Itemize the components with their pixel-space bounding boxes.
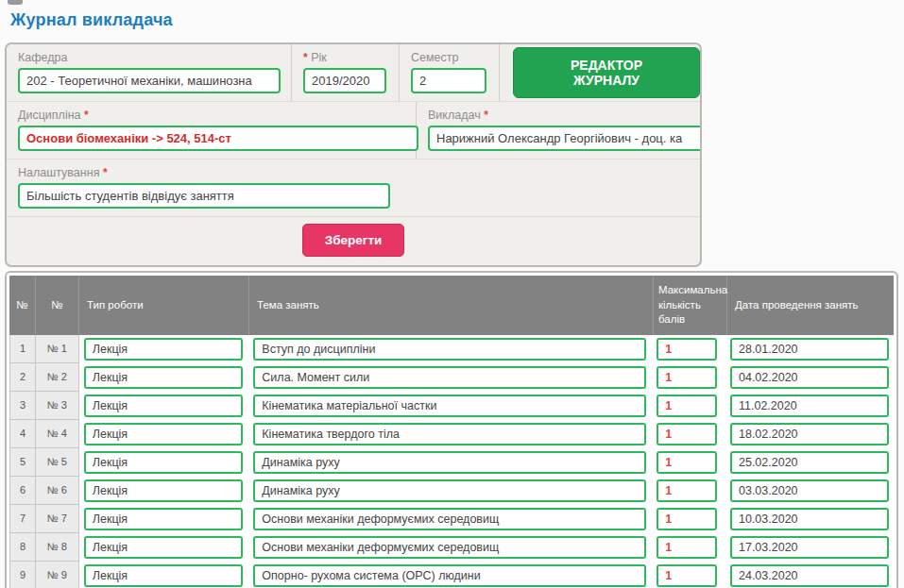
topic-input[interactable] <box>253 508 646 530</box>
topic-input[interactable] <box>253 479 646 502</box>
work-type-input[interactable] <box>84 479 243 502</box>
required-marker: * <box>84 109 89 122</box>
page-title: Журнал викладача <box>0 0 904 30</box>
topic-input[interactable] <box>253 564 646 587</box>
date-input[interactable] <box>730 536 889 559</box>
date-input[interactable] <box>730 564 889 587</box>
date-input[interactable] <box>730 338 889 361</box>
table-row: 1 № 1 <box>9 335 894 363</box>
date-input[interactable] <box>730 508 889 530</box>
work-type-input[interactable] <box>84 536 243 559</box>
date-input[interactable] <box>730 451 889 474</box>
header-row-number: № <box>36 276 79 335</box>
journal-table: № № Тип роботи Тема занять Максимальна к… <box>5 271 898 588</box>
row-number-cell: № 4 <box>36 420 79 448</box>
topic-input[interactable] <box>253 338 646 361</box>
settings-label: Налаштування * <box>18 166 390 179</box>
discipline-label: Дисципліна * <box>18 109 406 122</box>
table-row: 2 № 2 <box>9 363 894 392</box>
teacher-field-group: Викладач * <box>417 102 702 159</box>
header-max-points: Максимальна кількість балів <box>654 276 727 335</box>
max-points-input[interactable] <box>657 564 717 587</box>
table-row: 3 № 3 <box>9 392 894 420</box>
required-marker: * <box>303 51 308 64</box>
row-index-cell: 4 <box>9 420 36 448</box>
row-number-cell: № 7 <box>36 505 79 533</box>
table-row: 6 № 6 <box>9 477 894 505</box>
row-number-cell: № 9 <box>36 562 79 588</box>
table-row: 9 № 9 <box>9 562 894 588</box>
date-input[interactable] <box>730 479 889 502</box>
topic-input[interactable] <box>253 451 646 474</box>
max-points-input[interactable] <box>657 479 717 502</box>
year-input[interactable] <box>303 68 386 93</box>
row-number-cell: № 2 <box>36 363 79 392</box>
row-index-cell: 8 <box>9 533 36 562</box>
settings-input[interactable] <box>18 183 390 209</box>
max-points-input[interactable] <box>657 366 717 389</box>
max-points-input[interactable] <box>657 395 717 417</box>
row-index-cell: 3 <box>9 392 36 420</box>
table-body: 1 № 1 2 № 2 3 № 3 4 № 4 5 № 5 <box>9 335 894 588</box>
header-date: Дата проведення занять <box>727 276 894 335</box>
row-index-cell: 2 <box>9 363 36 392</box>
header-topic: Тема занять <box>249 276 654 335</box>
table-row: 8 № 8 <box>9 533 894 562</box>
semester-field-group: Семестр <box>400 44 500 101</box>
work-type-input[interactable] <box>84 564 243 587</box>
page-top-tab <box>8 0 23 5</box>
journal-settings-panel: Кафедра * Рік Семестр РЕДАКТОР ЖУРНАЛУ Д… <box>5 42 702 267</box>
table-header-row: № № Тип роботи Тема занять Максимальна к… <box>9 276 894 335</box>
header-work-type: Тип роботи <box>79 276 249 335</box>
panel-row-2: Дисципліна * Викладач * <box>7 101 700 159</box>
panel-row-1: Кафедра * Рік Семестр РЕДАКТОР ЖУРНАЛУ <box>7 44 700 101</box>
panel-row-save: Зберегти <box>7 216 700 265</box>
row-number-cell: № 8 <box>36 533 79 562</box>
row-index-cell: 6 <box>9 477 36 505</box>
semester-input[interactable] <box>411 68 486 93</box>
work-type-input[interactable] <box>84 366 243 389</box>
row-index-cell: 1 <box>9 335 36 363</box>
row-index-cell: 9 <box>9 562 36 588</box>
semester-label: Семестр <box>411 51 489 64</box>
department-field-group: Кафедра <box>7 44 292 101</box>
max-points-input[interactable] <box>657 508 717 530</box>
topic-input[interactable] <box>253 423 646 445</box>
required-marker: * <box>103 166 108 179</box>
row-number-cell: № 6 <box>36 477 79 505</box>
row-number-cell: № 3 <box>36 392 79 420</box>
required-marker: * <box>484 109 488 122</box>
topic-input[interactable] <box>253 366 646 389</box>
work-type-input[interactable] <box>84 508 243 530</box>
topic-input[interactable] <box>253 536 646 559</box>
panel-row-3: Налаштування * <box>7 159 700 216</box>
teacher-input[interactable] <box>428 126 702 151</box>
work-type-input[interactable] <box>84 423 243 445</box>
row-index-cell: 5 <box>9 448 36 477</box>
year-field-group: * Рік <box>292 44 400 101</box>
table-row: 4 № 4 <box>9 420 894 448</box>
row-number-cell: № 5 <box>36 448 79 477</box>
row-index-cell: 7 <box>9 505 36 533</box>
work-type-input[interactable] <box>84 451 243 474</box>
date-input[interactable] <box>730 366 889 389</box>
editor-button-cell: РЕДАКТОР ЖУРНАЛУ <box>500 44 700 101</box>
discipline-field-group: Дисципліна * <box>7 102 417 159</box>
max-points-input[interactable] <box>657 338 717 361</box>
department-input[interactable] <box>18 68 281 93</box>
save-button[interactable]: Зберегти <box>302 224 405 257</box>
date-input[interactable] <box>730 395 889 417</box>
max-points-input[interactable] <box>657 423 717 445</box>
topic-input[interactable] <box>253 395 646 417</box>
max-points-input[interactable] <box>657 451 717 474</box>
max-points-input[interactable] <box>657 536 717 559</box>
row-number-cell: № 1 <box>36 335 79 363</box>
table-row: 5 № 5 <box>9 448 894 477</box>
work-type-input[interactable] <box>84 338 243 361</box>
journal-editor-button[interactable]: РЕДАКТОР ЖУРНАЛУ <box>513 47 700 98</box>
header-row-index: № <box>9 276 36 335</box>
work-type-input[interactable] <box>84 395 243 417</box>
date-input[interactable] <box>730 423 889 445</box>
discipline-input[interactable] <box>18 126 418 151</box>
settings-field-group: Налаштування * <box>7 160 400 216</box>
